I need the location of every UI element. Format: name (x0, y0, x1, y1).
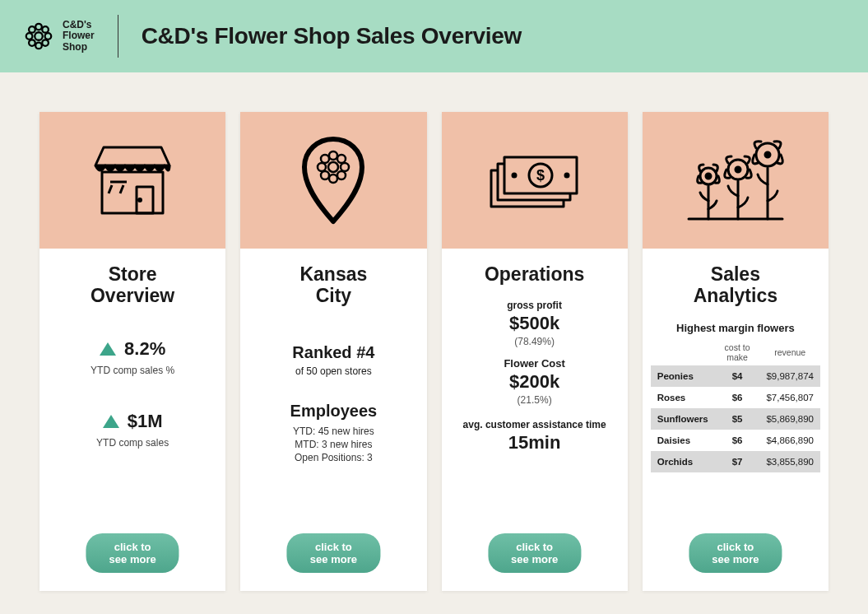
svg-point-19 (341, 163, 349, 171)
svg-line-13 (109, 185, 112, 193)
svg-point-11 (139, 199, 142, 202)
th-revenue: revenue (759, 339, 820, 365)
card-title: Operations (485, 263, 584, 285)
flowers-growing-icon (682, 135, 789, 226)
card-icon-area (240, 112, 426, 249)
svg-point-1 (35, 24, 42, 30)
svg-point-3 (26, 33, 33, 40)
svg-point-17 (329, 174, 337, 183)
card-kansas-city: Kansas City Ranked #4 of 50 open stores … (240, 112, 426, 591)
gross-profit-value: $500k (509, 313, 559, 334)
table-row: Sunflowers $5 $5,869,890 (651, 408, 820, 430)
card-icon-area (643, 112, 829, 249)
header-bar: C&D's Flower Shop C&D's Flower Shop Sale… (0, 0, 868, 72)
rank-value: Ranked #4 (292, 343, 374, 362)
avg-assist-value: 15min (508, 432, 561, 454)
storefront-icon (87, 139, 178, 221)
flower-cost-value: $200k (509, 371, 559, 393)
svg-point-2 (35, 43, 42, 49)
flower-cost-pct: (21.5%) (518, 394, 552, 406)
emp-ytd: YTD: 45 new hires (293, 426, 374, 437)
gross-profit-pct: (78.49%) (514, 336, 555, 347)
emp-mtd: MTD: 3 new hires (295, 439, 372, 450)
svg-point-40 (765, 152, 770, 157)
svg-point-23 (337, 171, 346, 179)
see-more-button[interactable]: click to see more (287, 533, 380, 573)
see-more-button[interactable]: click to see more (689, 533, 782, 573)
svg-text:$: $ (536, 167, 545, 184)
svg-point-29 (513, 174, 516, 177)
card-store-overview: Store Overview 8.2% YTD comp sales % $1M… (39, 112, 225, 591)
card-title: Sales Analytics (694, 263, 777, 307)
svg-point-6 (42, 26, 49, 33)
stat-ytd-comp-sales: $1M YTD comp sales (96, 411, 169, 449)
up-arrow-icon (100, 342, 116, 356)
margin-flowers-table: cost to make revenue Peonies $4 $9,987,8… (651, 339, 820, 472)
card-title: Store Overview (91, 263, 174, 307)
table-header-row: cost to make revenue (651, 339, 820, 365)
header-divider (118, 15, 118, 58)
svg-point-0 (35, 32, 43, 40)
table-row: Daisies $6 $4,866,890 (651, 430, 820, 451)
svg-point-37 (736, 167, 740, 172)
cards-container: Store Overview 8.2% YTD comp sales % $1M… (0, 72, 868, 591)
analytics-subtitle: Highest margin flowers (676, 322, 795, 334)
see-more-button[interactable]: click to see more (488, 533, 581, 573)
svg-point-5 (29, 26, 35, 33)
page-title: C&D's Flower Shop Sales Overview (142, 23, 522, 49)
up-arrow-icon (103, 415, 119, 428)
svg-point-22 (321, 171, 329, 179)
brand-block: C&D's Flower Shop (23, 20, 95, 53)
flower-logo-icon (23, 21, 54, 52)
card-icon-area (39, 112, 225, 249)
card-operations: $ Operations gross profit $500k (78.49%)… (442, 112, 628, 591)
svg-point-8 (42, 40, 49, 46)
brand-name: C&D's Flower Shop (63, 20, 95, 53)
card-title: Kansas City (299, 263, 367, 307)
employees-heading: Employees (290, 402, 378, 421)
svg-line-14 (120, 185, 123, 193)
table-row: Peonies $4 $9,987,874 (651, 365, 820, 387)
see-more-button[interactable]: click to see more (86, 533, 179, 573)
gross-profit-label: gross profit (507, 300, 562, 311)
svg-point-15 (328, 162, 338, 172)
stat-ytd-comp-pct: 8.2% YTD comp sales % (91, 338, 174, 376)
flower-cost-label: Flower Cost (504, 357, 564, 370)
card-sales-analytics: Sales Analytics Highest margin flowers c… (643, 112, 829, 591)
table-row: Roses $6 $7,456,807 (651, 387, 820, 408)
svg-point-34 (706, 174, 711, 179)
svg-point-4 (45, 33, 52, 40)
svg-point-20 (321, 155, 329, 163)
svg-point-30 (565, 174, 569, 177)
money-stack-icon: $ (486, 146, 583, 215)
avg-assist-label: avg. customer assistance time (463, 419, 606, 430)
table-row: Orchids $7 $3,855,890 (651, 451, 820, 472)
rank-sub: of 50 open stores (295, 365, 372, 377)
emp-open: Open Positions: 3 (295, 452, 373, 463)
location-pin-flower-icon (298, 134, 369, 226)
svg-point-18 (318, 163, 326, 171)
svg-point-16 (329, 151, 337, 160)
th-cost: cost to make (715, 339, 760, 365)
svg-point-21 (337, 155, 346, 163)
svg-point-7 (29, 40, 35, 46)
card-icon-area: $ (442, 112, 628, 249)
